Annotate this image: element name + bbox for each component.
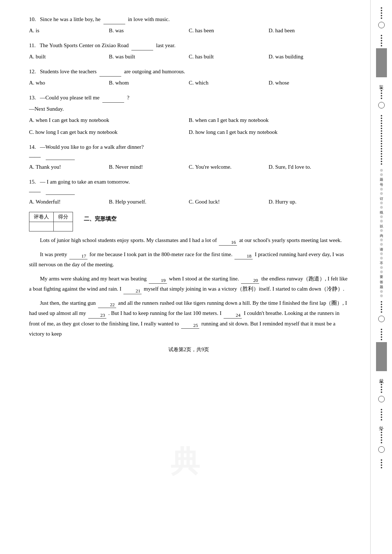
sidebar-label-cai: 裁 [378, 375, 385, 376]
q14-opt-b: B. Never mind! [109, 162, 189, 172]
score-table-header-score: 得分 [54, 212, 73, 222]
dot [381, 90, 382, 91]
dot [381, 339, 382, 340]
q13-response: —Next Sunday. [29, 104, 348, 114]
q14-options: A. Thank you! B. Never mind! C. You're w… [29, 162, 348, 172]
dot [381, 306, 382, 308]
q15-opt-a: A. Wonderful! [29, 197, 109, 207]
sidebar-dots-7 [381, 381, 382, 393]
passage-para2: It was pretty 17 for me because I took p… [29, 249, 348, 270]
blank-17: 17 [69, 253, 87, 259]
blank-23: 23 [88, 312, 106, 319]
q12-text2: are outgoing and humorous. [124, 69, 185, 74]
q10-body: Since he was a little boy, he [40, 16, 101, 22]
sidebar-top: 装 [372, 4, 390, 468]
circle-mark-2 [378, 102, 385, 108]
dot [381, 148, 382, 149]
blank-18: 18 [234, 253, 253, 259]
dot [381, 384, 382, 385]
dot [381, 12, 382, 14]
q12-text: 12. Students love the teachers are outgo… [29, 67, 348, 77]
q13-opt-c: C. how long I can get back my notebook [29, 127, 189, 137]
dot [381, 145, 382, 147]
dot [381, 42, 382, 44]
dot [381, 125, 382, 127]
q12-opt-b: B. whom [109, 78, 189, 88]
q14-blank [46, 153, 75, 160]
q11-text: 11. The Youth Sports Center on Zixiao Ro… [29, 41, 348, 50]
sidebar-dots-1 [381, 7, 382, 19]
dot [381, 123, 382, 124]
dot [381, 391, 382, 393]
dot [381, 130, 382, 132]
q12-body: Students love the teachers [40, 69, 97, 74]
para1-start: Lots of junior high school students enjo… [40, 237, 217, 243]
dot [381, 45, 382, 46]
sidebar-dots-3 [381, 87, 382, 99]
q15-blank [46, 188, 75, 195]
q10-text2: in love with music. [128, 16, 170, 22]
para4-start: Just then, the starting gun [40, 300, 96, 306]
question-14: 14. —Would you like to go for a walk aft… [29, 142, 348, 172]
para3-end: myself that simply joining in was a vict… [144, 286, 344, 292]
q11-opt-c: C. has built [189, 52, 269, 62]
dot [381, 429, 382, 431]
dot [381, 120, 382, 122]
sidebar-dots-9 [381, 429, 382, 443]
dot [381, 10, 382, 11]
passage-para4: Just then, the starting gun 22 and all t… [29, 298, 348, 339]
dot [381, 309, 382, 310]
circle-mark-3 [378, 316, 385, 322]
q11-number: 11. [29, 42, 36, 48]
q13-response-text: —Next Sunday. [29, 106, 64, 112]
q15-prompt: 15. — I am going to take an exam tomorro… [29, 177, 348, 187]
q13-prompt2: ? [127, 95, 130, 100]
watermark: 典 [171, 442, 200, 481]
dot [381, 15, 382, 16]
dot [381, 153, 382, 155]
dot [381, 17, 382, 19]
page-footer: 试卷第2页，共9页 [29, 346, 348, 357]
q12-blank [99, 70, 121, 77]
dot [381, 95, 382, 97]
score-table-score-val [54, 222, 73, 231]
q14-prompt: 14. —Would you like to go for a walk aft… [29, 142, 348, 152]
dot [381, 93, 382, 94]
circle-mark-5 [378, 446, 385, 453]
q11-options: A. built B. was built C. has built D. wa… [29, 52, 348, 62]
q10-opt-c: C. has been [189, 26, 269, 36]
blank-19: 19 [149, 277, 167, 284]
sidebar-label-zhuang: 装 [378, 81, 385, 82]
dot [381, 128, 382, 129]
para1-end: at our school's yearly sports meeting la… [239, 237, 342, 243]
sidebar-vertical-text-1: ※※题※号※※※订※※※线※※※以※※内※※※请※※※不※※※要※答※题※※※ [379, 166, 384, 296]
q15-opt-d: D. Hurry up. [269, 197, 348, 207]
para3-start: My arms were shaking and my heart was be… [40, 276, 147, 282]
dot [381, 336, 382, 338]
dot [381, 329, 382, 330]
dot [381, 381, 382, 383]
dot [381, 311, 382, 313]
dot [381, 133, 382, 134]
para2-mid: for me because I took part in the 800-me… [89, 251, 232, 257]
q13-text: 13. —Could you please tell me ? [29, 93, 348, 103]
q10-opt-d: D. had been [269, 26, 348, 36]
q15-prompt-text: — I am going to take an exam tomorrow. [40, 179, 130, 185]
q11-opt-d: D. was building [269, 52, 348, 62]
blank-16: 16 [219, 239, 237, 246]
q12-number: 12. [29, 69, 36, 74]
dot [381, 7, 382, 9]
sidebar-dots-4 [381, 115, 382, 165]
q10-blank [103, 18, 125, 24]
q10-opt-a: A. is [29, 26, 109, 36]
sidebar-label-wai: 外 [378, 422, 385, 424]
blank-20: 20 [241, 277, 259, 284]
sidebar-dots-6 [381, 329, 382, 340]
q11-body: The Youth Sports Center on Zixiao Road [40, 42, 128, 48]
dot [381, 331, 382, 333]
question-10: 10. Since he was a little boy, he in lov… [29, 15, 348, 36]
dot [381, 334, 382, 335]
q13-blank [102, 96, 124, 103]
q12-opt-d: D. whose [269, 78, 348, 88]
sidebar-dots-5 [381, 301, 382, 313]
